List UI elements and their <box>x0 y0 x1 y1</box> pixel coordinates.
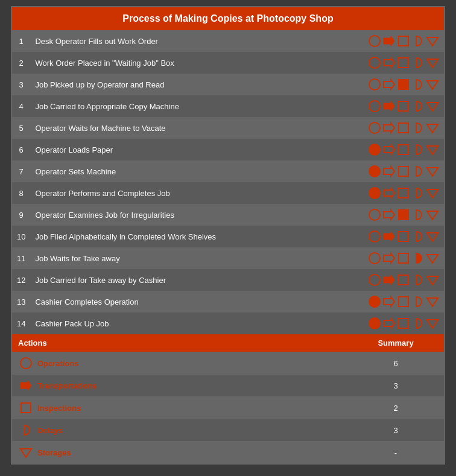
svg-rect-22 <box>399 145 408 154</box>
svg-rect-14 <box>399 101 408 111</box>
row-label: Work Order Placed in "Waiting Job" Box <box>30 52 347 74</box>
delay-empty-icon <box>411 34 425 48</box>
square-filled-icon <box>397 208 410 221</box>
svg-marker-37 <box>384 232 394 241</box>
square-empty-icon <box>19 401 33 414</box>
circle-empty-icon <box>368 100 381 113</box>
svg-rect-54 <box>399 319 408 328</box>
footer-action-label: Delays <box>12 419 347 441</box>
arrow-empty-icon <box>382 186 396 200</box>
svg-marker-17 <box>384 123 394 133</box>
delay-empty-icon <box>411 143 425 156</box>
square-empty-icon <box>397 252 410 265</box>
circle-filled-icon <box>368 143 381 156</box>
svg-marker-3 <box>427 37 438 46</box>
arrow-empty-icon <box>382 208 396 221</box>
row-number: 2 <box>12 52 30 74</box>
table-row: 10 Job Filed Alphabetically in Completed… <box>12 226 444 247</box>
row-label: Job Filed Alphabetically in Completed Wo… <box>30 226 347 247</box>
row-icons <box>347 247 444 269</box>
svg-marker-27 <box>427 168 438 176</box>
svg-point-16 <box>369 122 380 133</box>
table-row: 14 Cashier Pack Up Job <box>12 313 444 334</box>
row-icons <box>347 160 444 182</box>
svg-marker-11 <box>427 81 438 89</box>
footer-header: Actions Summary <box>12 334 444 352</box>
row-number: 3 <box>12 74 30 95</box>
row-icons <box>347 204 444 226</box>
svg-marker-49 <box>384 297 394 306</box>
delay-empty-icon <box>411 121 425 135</box>
svg-point-24 <box>369 166 380 177</box>
svg-rect-18 <box>399 123 408 133</box>
square-filled-icon <box>397 78 410 91</box>
svg-marker-55 <box>427 320 438 328</box>
svg-marker-51 <box>427 298 438 306</box>
svg-rect-6 <box>399 58 408 68</box>
table-row: 1 Desk Operator Fills out Work Order <box>12 30 444 52</box>
row-label: Desk Operator Fills out Work Order <box>30 30 347 52</box>
svg-marker-23 <box>427 146 438 154</box>
footer-summary-value: - <box>347 444 444 462</box>
row-label: Cashier Completes Operation <box>30 291 347 313</box>
row-number: 12 <box>12 269 30 291</box>
row-icons <box>347 117 444 139</box>
svg-marker-33 <box>384 210 394 220</box>
svg-marker-5 <box>384 58 394 68</box>
row-number: 4 <box>12 95 30 117</box>
footer-action-label: Storages <box>12 442 347 463</box>
footer-action-label: Inspections <box>12 397 347 419</box>
row-icons <box>347 139 444 160</box>
footer-label-text: Delays <box>37 426 63 435</box>
circle-empty-icon <box>368 208 381 221</box>
arrow-solid-icon <box>382 230 396 243</box>
row-number: 11 <box>12 247 30 269</box>
delay-empty-icon <box>411 317 425 330</box>
svg-rect-26 <box>399 167 408 176</box>
table-row: 3 Job Picked up by Operator and Read <box>12 74 444 95</box>
triangle-empty-icon <box>426 78 439 91</box>
delay-empty-icon <box>411 273 425 287</box>
svg-point-32 <box>369 209 380 220</box>
delay-empty-icon <box>411 295 425 308</box>
svg-rect-10 <box>399 80 408 89</box>
circle-empty-icon <box>368 121 381 135</box>
svg-marker-43 <box>427 255 438 263</box>
row-number: 9 <box>12 204 30 226</box>
svg-marker-21 <box>384 145 394 154</box>
triangle-empty-icon <box>426 273 439 287</box>
arrow-empty-icon <box>382 252 396 265</box>
svg-marker-39 <box>427 233 438 241</box>
triangle-empty-icon <box>426 34 439 48</box>
row-icons <box>347 74 444 95</box>
table-row: 4 Job Carried to Appropriate Copy Machin… <box>12 95 444 117</box>
svg-marker-19 <box>427 124 438 133</box>
delay-empty-icon <box>411 186 425 200</box>
row-number: 6 <box>12 139 30 160</box>
svg-rect-42 <box>399 253 408 263</box>
row-label: Job Carried to Appropriate Copy Machine <box>30 95 347 117</box>
circle-empty-icon <box>368 273 381 287</box>
footer-label-text: Operations <box>37 359 79 368</box>
triangle-empty-icon <box>426 230 439 243</box>
table-row: 13 Cashier Completes Operation <box>12 291 444 313</box>
arrow-solid-icon <box>382 100 396 113</box>
delay-empty-icon <box>411 165 425 178</box>
footer-row: Delays 3 <box>12 419 444 441</box>
footer-label-text: Storages <box>37 448 71 457</box>
row-icons <box>347 313 444 334</box>
footer-action-label: Operations <box>12 352 347 374</box>
svg-point-0 <box>369 36 380 46</box>
triangle-empty-icon <box>426 121 439 135</box>
delay-empty-icon <box>411 100 425 113</box>
delay-empty-icon <box>411 230 425 243</box>
circle-empty-icon <box>368 56 381 69</box>
row-label: Operator Loads Paper <box>30 139 347 160</box>
arrow-empty-icon <box>382 295 396 308</box>
svg-marker-35 <box>427 211 438 220</box>
row-number: 10 <box>12 226 30 247</box>
arrow-solid-icon <box>382 273 396 287</box>
triangle-empty-icon <box>426 252 439 265</box>
row-label: Cashier Pack Up Job <box>30 313 347 334</box>
arrow-empty-icon <box>382 143 396 156</box>
